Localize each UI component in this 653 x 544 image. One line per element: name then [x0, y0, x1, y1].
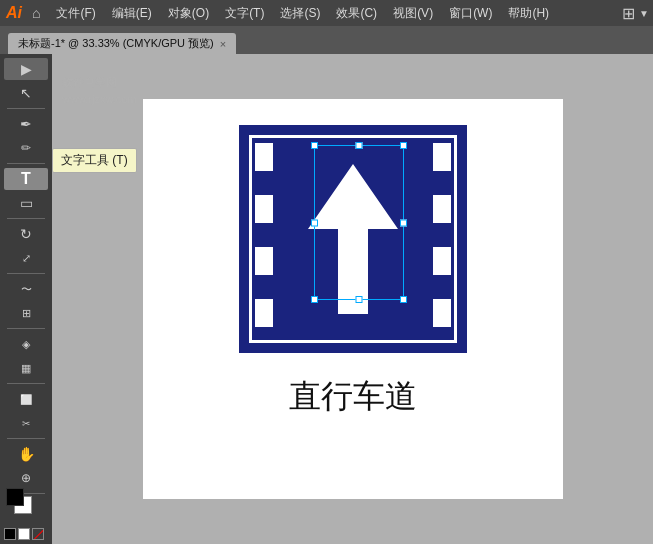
tool-separator-1: [7, 108, 45, 109]
handle-br[interactable]: [400, 296, 407, 303]
active-tab[interactable]: 未标题-1* @ 33.33% (CMYK/GPU 预览) ×: [8, 33, 236, 54]
road-mark-right-2: [433, 195, 451, 223]
slice-tool[interactable]: ✂: [4, 412, 48, 434]
road-mark-right-1: [433, 143, 451, 171]
graph-tool[interactable]: ▦: [4, 357, 48, 379]
menu-edit[interactable]: 编辑(E): [104, 3, 160, 24]
tool-separator-3: [7, 218, 45, 219]
road-mark-left-3: [255, 247, 273, 275]
tool-separator-2: [7, 163, 45, 164]
pen-tool[interactable]: ✒: [4, 113, 48, 135]
svg-marker-0: [308, 164, 398, 314]
scale-tool[interactable]: ⤢: [4, 247, 48, 269]
tool-separator-4: [7, 273, 45, 274]
sign-label: 直行车道: [289, 375, 417, 419]
road-mark-left-2: [255, 195, 273, 223]
handle-tl[interactable]: [311, 142, 318, 149]
tab-close-button[interactable]: ×: [220, 38, 226, 50]
zoom-tool[interactable]: ⊕: [4, 467, 48, 489]
warp-tool[interactable]: 〜: [4, 278, 48, 300]
menu-help[interactable]: 帮助(H): [500, 3, 557, 24]
fg-color-swatch[interactable]: [6, 488, 24, 506]
menu-select[interactable]: 选择(S): [272, 3, 328, 24]
handle-tc[interactable]: [355, 142, 362, 149]
none-swatch[interactable]: [32, 528, 44, 540]
artboard-tool[interactable]: ⬜: [4, 388, 48, 410]
menu-right: ⊞ ▼: [622, 4, 649, 23]
arrow-icon: [308, 159, 398, 319]
menu-view[interactable]: 视图(V): [385, 3, 441, 24]
select-tool[interactable]: ▶: [4, 58, 48, 80]
hand-tool[interactable]: ✋: [4, 443, 48, 465]
app-logo: Ai: [4, 4, 24, 22]
menu-file[interactable]: 文件(F): [48, 3, 103, 24]
direct-select-tool[interactable]: ↖: [4, 82, 48, 104]
tab-label: 未标题-1* @ 33.33% (CMYK/GPU 预览): [18, 36, 214, 51]
road-mark-right-4: [433, 299, 451, 327]
color-area: [4, 488, 44, 540]
home-icon[interactable]: ⌂: [32, 5, 40, 21]
grid-icon[interactable]: ⊞: [622, 4, 635, 23]
text-tool[interactable]: T: [4, 168, 48, 190]
tool-separator-6: [7, 383, 45, 384]
toolbar: ▶ ↖ ✒ ✏ T ▭ ↻ ⤢ 〜 ⊞ ◈ ▦ ⬜ ✂ ✋ ⊕: [0, 54, 52, 544]
menu-window[interactable]: 窗口(W): [441, 3, 500, 24]
watermark: 软件自学网 www.rjzxw.com: [62, 74, 137, 107]
menu-effect[interactable]: 效果(C): [328, 3, 385, 24]
tab-bar: 未标题-1* @ 33.33% (CMYK/GPU 预览) ×: [0, 26, 653, 54]
watermark-line2: www.rjzxw.com: [62, 91, 137, 108]
menu-object[interactable]: 对象(O): [160, 3, 217, 24]
chevron-icon: ▼: [639, 8, 649, 19]
menu-bar: Ai ⌂ 文件(F) 编辑(E) 对象(O) 文字(T) 选择(S) 效果(C)…: [0, 0, 653, 26]
document-canvas[interactable]: 直行车道: [143, 99, 563, 499]
tool-separator-5: [7, 328, 45, 329]
white-swatch[interactable]: [18, 528, 30, 540]
tool-separator-7: [7, 438, 45, 439]
sign-outer: [233, 119, 473, 359]
pencil-tool[interactable]: ✏: [4, 137, 48, 159]
black-swatch[interactable]: [4, 528, 16, 540]
handle-tr[interactable]: [400, 142, 407, 149]
free-transform-tool[interactable]: ⊞: [4, 302, 48, 324]
watermark-line1: 软件自学网: [62, 74, 137, 91]
shape-tool[interactable]: ▭: [4, 192, 48, 214]
handle-mr[interactable]: [400, 219, 407, 226]
road-mark-left-1: [255, 143, 273, 171]
eyedropper-tool[interactable]: ◈: [4, 333, 48, 355]
road-mark-right-3: [433, 247, 451, 275]
road-mark-left-4: [255, 299, 273, 327]
main-layout: ▶ ↖ ✒ ✏ T ▭ ↻ ⤢ 〜 ⊞ ◈ ▦ ⬜ ✂ ✋ ⊕: [0, 54, 653, 544]
menu-text[interactable]: 文字(T): [217, 3, 272, 24]
rotate-tool[interactable]: ↻: [4, 223, 48, 245]
canvas-area[interactable]: 软件自学网 www.rjzxw.com: [52, 54, 653, 544]
sign-container: [233, 119, 473, 359]
menu-items: 文件(F) 编辑(E) 对象(O) 文字(T) 选择(S) 效果(C) 视图(V…: [48, 3, 557, 24]
